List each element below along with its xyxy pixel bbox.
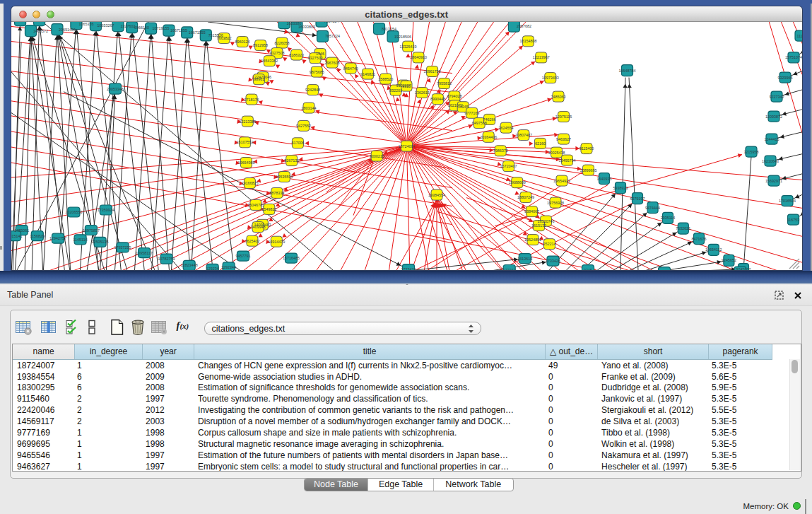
svg-text:7986372: 7986372 (493, 149, 508, 153)
svg-text:16671355: 16671355 (170, 28, 187, 33)
svg-text:1588520: 1588520 (378, 77, 393, 81)
svg-text:7955812: 7955812 (437, 81, 452, 86)
svg-text:10958117: 10958117 (136, 251, 153, 255)
svg-text:832201: 832201 (389, 88, 402, 93)
svg-text:18807249: 18807249 (517, 195, 534, 199)
svg-text:12213389: 12213389 (239, 119, 256, 124)
svg-text:1615132: 1615132 (531, 223, 546, 228)
svg-text:20053346: 20053346 (107, 87, 124, 91)
svg-text:10688609: 10688609 (509, 181, 526, 185)
svg-text:17957255: 17957255 (114, 245, 131, 250)
svg-text:14914479: 14914479 (268, 240, 285, 244)
svg-text:1156829: 1156829 (30, 234, 45, 238)
svg-text:8454749: 8454749 (343, 66, 358, 71)
svg-text:1640935: 1640935 (597, 177, 612, 181)
svg-text:98961: 98961 (254, 78, 264, 82)
svg-text:20691406: 20691406 (59, 28, 76, 32)
svg-text:9327508: 9327508 (270, 51, 285, 55)
svg-text:13975857: 13975857 (83, 228, 100, 233)
svg-text:9463627: 9463627 (556, 137, 571, 141)
svg-text:12975115: 12975115 (555, 115, 572, 119)
svg-text:7625402: 7625402 (245, 239, 259, 243)
svg-text:12505135: 12505135 (92, 240, 109, 245)
svg-text:8471676: 8471676 (692, 237, 707, 241)
svg-text:7663822: 7663822 (217, 36, 232, 40)
svg-text:10653267: 10653267 (97, 23, 114, 28)
svg-text:1112: 1112 (796, 34, 801, 38)
svg-text:1485061: 1485061 (14, 228, 29, 233)
svg-text:9115400: 9115400 (579, 146, 594, 151)
svg-text:9327503: 9327503 (308, 57, 323, 61)
svg-text:10807487: 10807487 (515, 133, 532, 137)
svg-text:2055712: 2055712 (42, 22, 57, 23)
svg-text:10654112: 10654112 (705, 248, 722, 252)
svg-text:7857224: 7857224 (325, 35, 340, 39)
svg-text:1405572: 1405572 (23, 22, 37, 23)
svg-text:19654985: 19654985 (237, 160, 254, 165)
svg-text:5938923: 5938923 (613, 186, 628, 190)
svg-text:417006: 417006 (291, 141, 304, 146)
svg-text:16648784: 16648784 (619, 69, 636, 73)
svg-text:16120746: 16120746 (538, 219, 555, 223)
svg-text:18724007: 18724007 (399, 144, 416, 148)
svg-text:19756928: 19756928 (547, 201, 564, 205)
svg-text:9777169: 9777169 (464, 111, 479, 115)
svg-text:10719155: 10719155 (153, 27, 170, 31)
svg-text:19654923: 19654923 (553, 179, 570, 183)
svg-text:7632621: 7632621 (676, 226, 690, 230)
svg-text:15751074: 15751074 (785, 56, 801, 60)
svg-text:2935114: 2935114 (661, 216, 676, 221)
svg-text:12093872: 12093872 (765, 115, 782, 119)
svg-text:9329966: 9329966 (778, 76, 793, 80)
svg-text:10973493: 10973493 (542, 76, 559, 80)
svg-text:9875685: 9875685 (310, 70, 324, 74)
svg-text:8226058: 8226058 (275, 41, 290, 45)
svg-text:8267130: 8267130 (284, 158, 299, 163)
svg-text:1244415: 1244415 (765, 137, 779, 141)
svg-text:2718176: 2718176 (245, 98, 259, 102)
svg-text:12823448: 12823448 (181, 264, 198, 268)
svg-text:13495794: 13495794 (559, 158, 576, 163)
svg-text:746266: 746266 (483, 117, 496, 122)
svg-text:9474444: 9474444 (645, 206, 660, 210)
svg-text:15720407: 15720407 (500, 164, 517, 168)
svg-text:19384554: 19384554 (428, 193, 445, 197)
svg-text:1327602: 1327602 (121, 24, 136, 28)
svg-text:16671355: 16671355 (189, 30, 206, 35)
svg-text:1292344: 1292344 (221, 265, 236, 269)
svg-text:13535594: 13535594 (276, 175, 293, 179)
svg-text:8960124: 8960124 (235, 40, 250, 44)
svg-text:16210643: 16210643 (762, 159, 779, 163)
svg-text:9227342: 9227342 (770, 95, 784, 99)
svg-text:62160: 62160 (535, 141, 546, 146)
svg-text:9315: 9315 (402, 84, 411, 88)
svg-text:8912958: 8912958 (253, 43, 268, 47)
svg-text:9384067: 9384067 (524, 209, 539, 214)
svg-text:15716485: 15716485 (283, 256, 300, 260)
svg-text:8990448: 8990448 (430, 98, 445, 102)
svg-text:9245652: 9245652 (722, 259, 736, 263)
svg-text:3915141: 3915141 (11, 234, 23, 238)
svg-text:10782759: 10782759 (158, 257, 175, 262)
svg-text:16245: 16245 (458, 105, 469, 110)
svg-text:1145114: 1145114 (73, 238, 88, 242)
svg-text:7485063: 7485063 (551, 95, 566, 99)
svg-text:10899695: 10899695 (580, 168, 597, 173)
svg-text:16543382: 16543382 (261, 59, 278, 64)
svg-text:1413614: 1413614 (517, 257, 532, 261)
svg-text:8813054: 8813054 (382, 27, 396, 31)
svg-text:9242848: 9242848 (305, 88, 320, 92)
svg-text:10025438: 10025438 (548, 151, 565, 155)
svg-text:13524851: 13524851 (524, 238, 541, 242)
svg-text:7857224: 7857224 (324, 22, 339, 23)
svg-text:2803144: 2803144 (302, 106, 317, 110)
svg-text:13325419: 13325419 (400, 45, 417, 49)
svg-text:1733426: 1733426 (546, 259, 560, 263)
svg-text:17016504: 17016504 (779, 199, 796, 203)
svg-text:17359924: 17359924 (98, 208, 114, 212)
svg-text:19166825: 19166825 (241, 181, 258, 185)
svg-text:9457791: 9457791 (236, 254, 251, 258)
svg-text:1405572: 1405572 (33, 29, 48, 33)
svg-text:1549822: 1549822 (261, 207, 276, 211)
svg-text:16154808: 16154808 (519, 40, 536, 44)
